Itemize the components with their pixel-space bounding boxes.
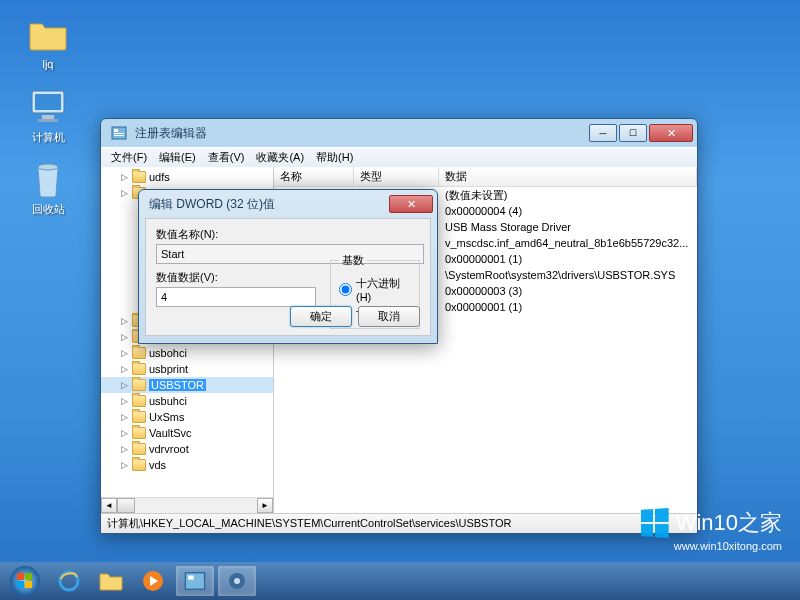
menu-edit[interactable]: 编辑(E) (153, 148, 202, 167)
desktop-icon-label: ljq (42, 58, 53, 70)
value-data-input[interactable] (156, 287, 316, 307)
radio-hex[interactable]: 十六进制(H) (339, 276, 411, 303)
desktop-icon-label: 计算机 (32, 131, 65, 143)
svg-rect-2 (42, 115, 54, 119)
expand-icon[interactable]: ▷ (121, 444, 130, 454)
gear-icon (226, 570, 248, 592)
ie-icon (57, 569, 81, 593)
svg-rect-10 (17, 573, 24, 580)
statusbar-path: 计算机\HKEY_LOCAL_MACHINE\SYSTEM\CurrentCon… (107, 516, 511, 531)
tree-item[interactable]: ▷vdrvroot (101, 441, 273, 457)
folder-icon (132, 379, 146, 391)
ok-button[interactable]: 确定 (290, 306, 352, 327)
taskbar-regedit[interactable] (176, 566, 214, 596)
expand-icon[interactable]: ▷ (121, 428, 130, 438)
tree-item[interactable]: ▷usbohci (101, 345, 273, 361)
taskbar-ie[interactable] (50, 566, 88, 596)
menu-view[interactable]: 查看(V) (202, 148, 251, 167)
tree-item-label: VaultSvc (149, 427, 192, 439)
desktop-icon-recyclebin[interactable]: 回收站 (18, 158, 78, 217)
menu-favorites[interactable]: 收藏夹(A) (250, 148, 310, 167)
expand-icon[interactable]: ▷ (121, 380, 130, 390)
tree-item[interactable]: ▷USBSTOR (101, 377, 273, 393)
tree-item[interactable]: ▷UxSms (101, 409, 273, 425)
folder-icon (132, 363, 146, 375)
expand-icon[interactable]: ▷ (121, 188, 130, 198)
desktop-icon-computer[interactable]: 计算机 (18, 86, 78, 145)
tree-item-label: usbohci (149, 347, 187, 359)
expand-icon[interactable]: ▷ (121, 172, 130, 182)
col-header-name[interactable]: 名称 (274, 167, 354, 186)
regedit-titlebar[interactable]: 注册表编辑器 (101, 119, 697, 147)
expand-icon[interactable]: ▷ (121, 332, 130, 342)
taskbar-explorer[interactable] (92, 566, 130, 596)
svg-rect-12 (17, 581, 24, 588)
value-name-label: 数值名称(N): (156, 227, 420, 242)
svg-point-4 (38, 164, 58, 170)
start-button[interactable] (4, 564, 46, 598)
expand-icon[interactable]: ▷ (121, 396, 130, 406)
menu-file[interactable]: 文件(F) (105, 148, 153, 167)
expand-icon[interactable]: ▷ (121, 364, 130, 374)
tree-item-label: USBSTOR (149, 379, 206, 391)
folder-icon (132, 459, 146, 471)
expand-icon[interactable]: ▷ (121, 460, 130, 470)
menu-help[interactable]: 帮助(H) (310, 148, 359, 167)
tree-item-label: vdrvroot (149, 443, 189, 455)
tree-horizontal-scrollbar[interactable]: ◄ ► (101, 497, 273, 513)
col-header-type[interactable]: 类型 (354, 167, 439, 186)
folder-icon (132, 427, 146, 439)
scroll-thumb[interactable] (117, 498, 135, 513)
svg-rect-1 (35, 94, 61, 110)
recyclebin-icon (27, 158, 69, 200)
folder-icon (132, 347, 146, 359)
svg-rect-16 (185, 573, 204, 590)
tree-item[interactable]: ▷vds (101, 457, 273, 473)
dialog-titlebar[interactable]: 编辑 DWORD (32 位)值 (139, 190, 437, 218)
windows-logo-icon (641, 508, 669, 538)
close-button[interactable] (649, 124, 693, 142)
tree-item-label: usbuhci (149, 395, 187, 407)
svg-rect-11 (25, 573, 32, 580)
folder-icon (27, 14, 69, 56)
svg-rect-7 (114, 133, 124, 134)
regedit-taskbar-icon (184, 570, 206, 592)
tree-item[interactable]: ▷VaultSvc (101, 425, 273, 441)
base-legend: 基数 (339, 253, 367, 268)
svg-rect-6 (114, 129, 118, 132)
dialog-close-button[interactable] (389, 195, 433, 213)
expand-icon[interactable]: ▷ (121, 316, 130, 326)
folder-icon (132, 171, 146, 183)
expand-icon[interactable]: ▷ (121, 412, 130, 422)
svg-point-19 (234, 578, 240, 584)
desktop-icon-label: 回收站 (32, 203, 65, 215)
taskbar-app2[interactable] (218, 566, 256, 596)
tree-item-label: usbprint (149, 363, 188, 375)
radio-hex-input[interactable] (339, 283, 352, 296)
watermark: Win10之家 www.win10xitong.com (640, 508, 782, 552)
regedit-menubar: 文件(F) 编辑(E) 查看(V) 收藏夹(A) 帮助(H) (101, 147, 697, 167)
regedit-app-icon (111, 125, 127, 141)
tree-item[interactable]: ▷udfs (101, 169, 273, 185)
maximize-button[interactable] (619, 124, 647, 142)
watermark-url: www.win10xitong.com (640, 540, 782, 552)
minimize-button[interactable] (589, 124, 617, 142)
scroll-left-button[interactable]: ◄ (101, 498, 117, 513)
col-header-data[interactable]: 数据 (439, 167, 697, 186)
regedit-title: 注册表编辑器 (133, 125, 589, 142)
tree-item-label: UxSms (149, 411, 184, 423)
scroll-right-button[interactable]: ► (257, 498, 273, 513)
folder-icon (132, 395, 146, 407)
expand-icon[interactable]: ▷ (121, 348, 130, 358)
svg-rect-17 (188, 576, 194, 580)
tree-item[interactable]: ▷usbprint (101, 361, 273, 377)
wmp-icon (141, 569, 165, 593)
edit-dword-dialog: 编辑 DWORD (32 位)值 数值名称(N): 数值数据(V): 基数 十六… (138, 189, 438, 344)
taskbar-wmp[interactable] (134, 566, 172, 596)
tree-item[interactable]: ▷usbuhci (101, 393, 273, 409)
dialog-title: 编辑 DWORD (32 位)值 (143, 196, 389, 213)
list-header: 名称 类型 数据 (274, 167, 697, 187)
cancel-button[interactable]: 取消 (358, 306, 420, 327)
desktop-icon-user[interactable]: ljq (18, 14, 78, 70)
explorer-icon (99, 571, 123, 591)
